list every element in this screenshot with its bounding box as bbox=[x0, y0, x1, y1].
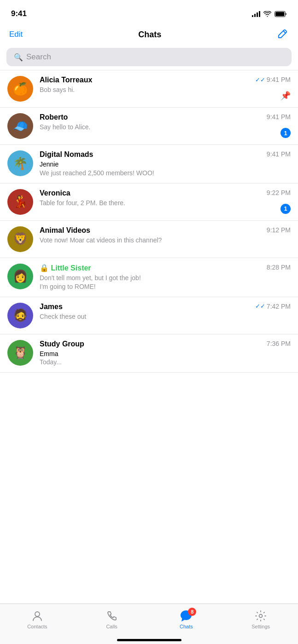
status-icons bbox=[252, 11, 287, 17]
chat-preview-james: Check these out bbox=[40, 312, 291, 321]
chat-item-sister[interactable]: 👩🔒 Little Sister8:28 PMDon't tell mom ye… bbox=[0, 258, 298, 297]
status-time: 9:41 bbox=[11, 9, 27, 18]
chat-name-veronica: Veronica bbox=[40, 189, 70, 197]
avatar-study: 🦉 bbox=[7, 340, 33, 366]
battery-icon bbox=[275, 11, 287, 17]
chat-top-veronica: Veronica9:22 PM bbox=[40, 189, 291, 197]
chat-badge-roberto: 1 bbox=[280, 128, 291, 138]
svg-point-3 bbox=[259, 615, 263, 618]
svg-point-2 bbox=[35, 612, 40, 616]
chat-name-james: James bbox=[40, 303, 63, 311]
tab-bar: Contacts Calls 8 Chats Settings bbox=[0, 604, 298, 644]
chat-content-veronica: Veronica9:22 PMTable for four, 2 PM. Be … bbox=[40, 189, 291, 207]
chat-name-digital: Digital Nomads bbox=[40, 150, 93, 159]
status-bar: 9:41 bbox=[0, 0, 298, 24]
read-ticks-james: ✓✓ bbox=[255, 303, 265, 310]
chat-preview-alicia: Bob says hi. bbox=[40, 86, 291, 94]
chat-content-digital: Digital Nomads9:41 PMJennie We just reac… bbox=[40, 150, 291, 178]
chat-name-alicia: Alicia Torreaux bbox=[40, 76, 92, 84]
chat-name-roberto: Roberto bbox=[40, 113, 68, 121]
chat-preview-animal: Vote now! Moar cat videos in this channe… bbox=[40, 236, 291, 245]
chat-top-james: James✓✓7:42 PM bbox=[40, 303, 291, 311]
chat-time-animal: 9:12 PM bbox=[267, 226, 291, 234]
chat-top-digital: Digital Nomads9:41 PM bbox=[40, 150, 291, 159]
chats-icon: 8 bbox=[179, 610, 193, 622]
chat-item-study[interactable]: 🦉Study Group7:36 PMEmma Today... bbox=[0, 334, 298, 373]
tab-contacts[interactable]: Contacts bbox=[0, 610, 75, 629]
chat-preview-sister: Don't tell mom yet, but I got the job! I… bbox=[40, 274, 291, 291]
chat-meta-veronica: 9:22 PM bbox=[267, 189, 291, 196]
tab-calls-label: Calls bbox=[106, 624, 117, 629]
chat-time-roberto: 9:41 PM bbox=[267, 113, 291, 121]
tab-chats-label: Chats bbox=[180, 624, 193, 629]
svg-rect-1 bbox=[275, 12, 285, 16]
chat-item-digital[interactable]: 🌴Digital Nomads9:41 PMJennie We just rea… bbox=[0, 145, 298, 184]
chat-item-animal[interactable]: 🦁Animal Videos9:12 PMVote now! Moar cat … bbox=[0, 221, 298, 258]
chat-time-james: 7:42 PM bbox=[267, 303, 291, 310]
chat-item-james[interactable]: 🧔James✓✓7:42 PMCheck these out bbox=[0, 297, 298, 334]
tab-settings[interactable]: Settings bbox=[223, 610, 298, 629]
contacts-icon bbox=[30, 610, 45, 622]
tab-contacts-label: Contacts bbox=[27, 624, 47, 629]
chat-meta-sister: 8:28 PM bbox=[267, 264, 291, 271]
settings-icon bbox=[253, 610, 268, 622]
search-bar[interactable]: 🔍 bbox=[6, 48, 292, 66]
compose-button[interactable] bbox=[277, 28, 289, 41]
header: Edit Chats bbox=[0, 24, 298, 46]
header-title: Chats bbox=[138, 30, 161, 40]
chat-content-james: James✓✓7:42 PMCheck these out bbox=[40, 303, 291, 321]
chat-time-alicia: 9:41 PM bbox=[267, 76, 291, 83]
home-indicator bbox=[117, 639, 181, 641]
edit-button[interactable]: Edit bbox=[9, 30, 23, 39]
chat-meta-roberto: 9:41 PM bbox=[267, 113, 291, 121]
chat-name-study: Study Group bbox=[40, 340, 84, 348]
chat-preview-roberto: Say hello to Alice. bbox=[40, 123, 291, 132]
search-icon: 🔍 bbox=[14, 53, 23, 62]
chat-time-digital: 9:41 PM bbox=[267, 150, 291, 158]
tab-calls[interactable]: Calls bbox=[75, 610, 149, 629]
chat-content-animal: Animal Videos9:12 PMVote now! Moar cat v… bbox=[40, 226, 291, 245]
chat-name-animal: Animal Videos bbox=[40, 226, 90, 235]
avatar-veronica: 💃 bbox=[7, 189, 33, 215]
chat-preview-digital: Jennie We just reached 2,500 members! WO… bbox=[40, 160, 291, 178]
tab-settings-label: Settings bbox=[251, 624, 270, 629]
search-input[interactable] bbox=[26, 52, 284, 62]
chat-time-sister: 8:28 PM bbox=[267, 264, 291, 271]
chat-top-roberto: Roberto9:41 PM bbox=[40, 113, 291, 121]
chat-time-veronica: 9:22 PM bbox=[267, 189, 291, 196]
chat-meta-study: 7:36 PM bbox=[267, 340, 291, 347]
chat-item-alicia[interactable]: 🍊Alicia Torreaux✓✓9:41 PMBob says hi.📌 bbox=[0, 70, 298, 108]
avatar-sister: 👩 bbox=[7, 264, 33, 289]
chat-preview-study: Emma Today... bbox=[40, 350, 291, 367]
chat-content-study: Study Group7:36 PMEmma Today... bbox=[40, 340, 291, 367]
chat-content-roberto: Roberto9:41 PMSay hello to Alice. bbox=[40, 113, 291, 132]
read-ticks-alicia: ✓✓ bbox=[255, 76, 265, 83]
chats-badge: 8 bbox=[188, 608, 196, 616]
chat-meta-alicia: ✓✓9:41 PM bbox=[255, 76, 291, 83]
chat-top-study: Study Group7:36 PM bbox=[40, 340, 291, 348]
chat-time-study: 7:36 PM bbox=[267, 340, 291, 347]
chat-name-sister: 🔒 Little Sister bbox=[40, 264, 91, 272]
chat-content-sister: 🔒 Little Sister8:28 PMDon't tell mom yet… bbox=[40, 264, 291, 291]
pin-icon-alicia: 📌 bbox=[280, 91, 291, 101]
chat-preview-veronica: Table for four, 2 PM. Be there. bbox=[40, 199, 291, 207]
compose-icon bbox=[277, 28, 289, 40]
avatar-alicia: 🍊 bbox=[7, 76, 33, 102]
calls-icon bbox=[105, 610, 119, 622]
chat-top-animal: Animal Videos9:12 PM bbox=[40, 226, 291, 235]
wifi-icon bbox=[263, 11, 271, 17]
chat-meta-animal: 9:12 PM bbox=[267, 226, 291, 234]
chat-item-roberto[interactable]: 🧢Roberto9:41 PMSay hello to Alice.1 bbox=[0, 108, 298, 145]
chat-content-alicia: Alicia Torreaux✓✓9:41 PMBob says hi. bbox=[40, 76, 291, 94]
avatar-roberto: 🧢 bbox=[7, 113, 33, 139]
avatar-james: 🧔 bbox=[7, 303, 33, 328]
avatar-digital: 🌴 bbox=[7, 150, 33, 176]
chat-item-veronica[interactable]: 💃Veronica9:22 PMTable for four, 2 PM. Be… bbox=[0, 184, 298, 221]
chat-top-alicia: Alicia Torreaux✓✓9:41 PM bbox=[40, 76, 291, 84]
chat-list: 🍊Alicia Torreaux✓✓9:41 PMBob says hi.📌🧢R… bbox=[0, 70, 298, 373]
avatar-animal: 🦁 bbox=[7, 226, 33, 252]
chat-top-sister: 🔒 Little Sister8:28 PM bbox=[40, 264, 291, 272]
tab-chats[interactable]: 8 Chats bbox=[149, 610, 224, 629]
chat-meta-digital: 9:41 PM bbox=[267, 150, 291, 158]
chat-badge-veronica: 1 bbox=[280, 204, 291, 214]
